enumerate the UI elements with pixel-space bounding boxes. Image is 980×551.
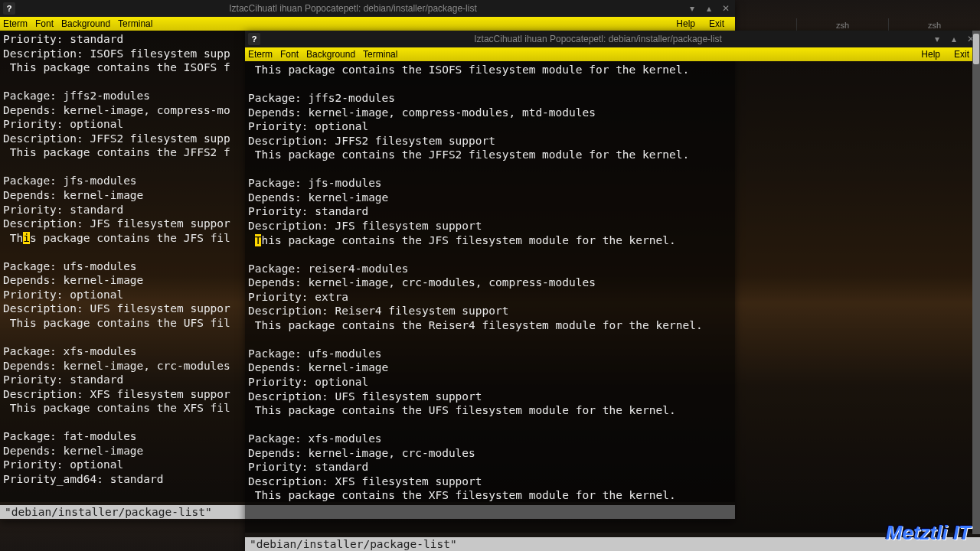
menu-font[interactable]: Font [35,18,54,29]
menubar-front: Eterm Font Background Terminal Help Exit [245,47,980,61]
menu-exit[interactable]: Exit [954,49,969,60]
menu-font[interactable]: Font [280,49,299,60]
menu-exit[interactable]: Exit [709,18,724,29]
menu-help[interactable]: Help [921,49,940,60]
app-icon: ? [3,2,15,15]
vim-status-front: "debian/installer/package-list" [245,537,980,551]
titlebar-back[interactable]: ? IztacCihuatl ihuan Popocatepetl: debia… [0,0,735,17]
eterm-window-front: ? IztacCihuatl ihuan Popocatepetl: debia… [245,31,980,551]
window-title: IztacCihuatl ihuan Popocatepetl: debian/… [20,3,686,14]
scrollbar[interactable] [972,31,980,534]
terminal-content-front[interactable]: This package contains the ISOFS filesyst… [245,61,980,533]
menu-help[interactable]: Help [676,18,695,29]
close-icon[interactable]: ✕ [720,2,732,15]
minimize-icon[interactable]: ▾ [686,2,698,15]
menu-eterm[interactable]: Eterm [3,18,28,29]
menu-background[interactable]: Background [61,18,110,29]
scrollbar-thumb[interactable] [973,34,979,64]
menubar-back: Eterm Font Background Terminal Help Exit [0,17,735,31]
maximize-icon[interactable]: ▴ [703,2,715,15]
menu-eterm[interactable]: Eterm [248,49,273,60]
menu-terminal[interactable]: Terminal [363,49,397,60]
maximize-icon[interactable]: ▴ [948,33,960,45]
app-icon: ? [248,33,260,45]
titlebar-front[interactable]: ? IztacCihuatl ihuan Popocatepetl: debia… [245,31,980,47]
window-title: IztacCihuatl ihuan Popocatepetl: debian/… [265,34,931,44]
minimize-icon[interactable]: ▾ [931,33,943,45]
menu-background[interactable]: Background [306,49,355,60]
menu-terminal[interactable]: Terminal [118,18,152,29]
watermark-logo: Metztli IT [886,521,971,545]
